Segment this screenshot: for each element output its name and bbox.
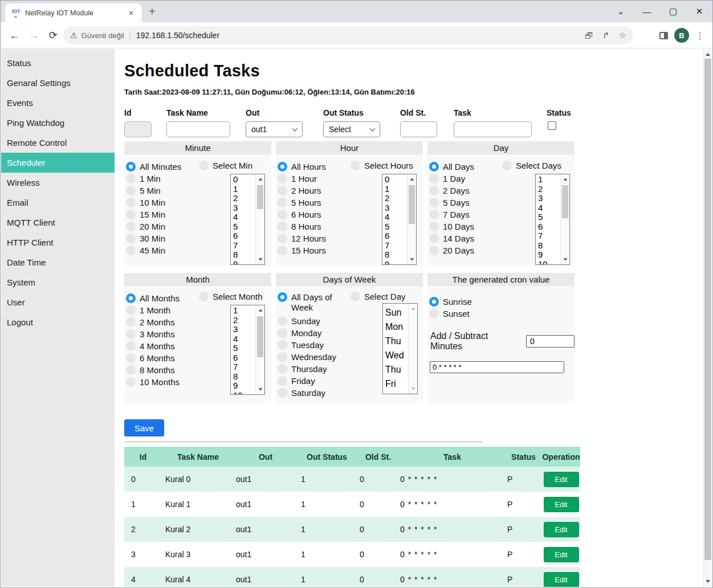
minute-listbox[interactable]: 0 1 2 3 4 5 6 7 8 9 [230, 174, 265, 265]
scroll-up-icon[interactable] [563, 178, 567, 181]
listbox-option[interactable]: 7 [233, 362, 255, 372]
listbox-option[interactable]: 3 [233, 325, 255, 334]
scroll-down-icon[interactable] [410, 258, 414, 261]
listbox-option[interactable]: Thu [385, 334, 408, 348]
edit-button[interactable]: Edit [544, 572, 579, 587]
old-st-field[interactable] [400, 121, 437, 137]
radio-sunrise[interactable]: Sunrise [429, 296, 575, 308]
listbox-scrollbar[interactable] [407, 174, 416, 264]
scroll-down-icon[interactable] [563, 258, 567, 261]
save-button[interactable]: Save [124, 419, 164, 436]
sidebar-item-user[interactable]: User [1, 292, 115, 312]
radio-select-min[interactable]: Select Min [199, 161, 252, 170]
listbox-option[interactable]: 7 [538, 231, 560, 241]
tab-close-icon[interactable]: ✕ [126, 8, 136, 18]
listbox-option[interactable]: 2 [233, 316, 255, 325]
sidebar-item-email[interactable]: Email [1, 193, 115, 213]
listbox-option[interactable]: Thu [385, 362, 408, 377]
listbox-option[interactable]: 10 [233, 391, 255, 395]
task-field[interactable] [454, 121, 532, 137]
out-status-select[interactable]: Select [323, 121, 380, 137]
listbox-option[interactable]: 6 [233, 353, 255, 363]
sidebar-item-status[interactable]: Status [1, 53, 115, 73]
listbox-option[interactable]: Sat [385, 391, 408, 394]
listbox-scrollbar[interactable] [255, 305, 264, 394]
out-select[interactable]: out1 [246, 121, 303, 137]
window-close-button[interactable]: ✕ [686, 1, 712, 22]
listbox-option[interactable]: 8 [233, 250, 255, 260]
scroll-up-icon[interactable] [706, 53, 710, 56]
listbox-option[interactable]: Fri [385, 377, 408, 391]
listbox-option[interactable]: 2 [538, 185, 560, 194]
listbox-scrollbar[interactable] [255, 174, 264, 264]
scroll-thumb[interactable] [257, 316, 263, 357]
listbox-option[interactable]: Wed [385, 348, 408, 362]
scroll-thumb[interactable] [257, 185, 263, 209]
sidebar-item-system[interactable]: System [1, 272, 115, 292]
radio-select-month[interactable]: Select Month [199, 292, 263, 301]
status-checkbox[interactable] [548, 121, 556, 130]
edit-button[interactable]: Edit [544, 497, 579, 512]
month-listbox[interactable]: 1 2 3 4 5 6 7 8 9 10 [230, 305, 265, 395]
scroll-thumb[interactable] [704, 59, 711, 560]
listbox-option[interactable]: 4 [233, 334, 255, 344]
week-listbox[interactable]: Sun Mon Thu Wed Thu Fri Sat [382, 303, 418, 394]
scroll-thumb[interactable] [562, 185, 568, 218]
address-bar[interactable]: ⚠ Güvenli değil 192.168.1.50/scheduler 🗗… [63, 26, 633, 44]
listbox-option[interactable]: 2 [233, 194, 255, 203]
listbox-option[interactable]: 5 [233, 222, 255, 232]
listbox-option[interactable]: 1 [538, 175, 560, 185]
listbox-option[interactable]: 6 [385, 231, 406, 241]
sidebar-item-scheduler[interactable]: Scheduler [1, 153, 115, 173]
window-maximize-button[interactable]: ▢ [660, 1, 686, 22]
tab-search-chevron-icon[interactable]: ⌄ [608, 1, 634, 22]
listbox-option[interactable]: Sun [385, 305, 408, 320]
sidebar-item-wireless[interactable]: Wireless [1, 173, 115, 193]
listbox-option[interactable]: 10 [538, 260, 560, 265]
listbox-option[interactable]: 9 [233, 260, 255, 265]
sidebar-item-mqtt-client[interactable]: MQTT Client [1, 213, 115, 232]
radio-select-days[interactable]: Select Days [502, 161, 561, 170]
sidebar-item-remote-control[interactable]: Remote Control [1, 133, 115, 153]
translate-icon[interactable]: 🗗 [585, 31, 593, 40]
sidebar-item-events[interactable]: Events [1, 93, 115, 113]
listbox-option[interactable]: 8 [385, 250, 406, 260]
bookmark-star-icon[interactable]: ☆ [619, 30, 626, 40]
listbox-option[interactable]: 7 [233, 241, 255, 251]
forward-icon[interactable]: → [26, 27, 42, 43]
listbox-option[interactable]: 5 [385, 222, 406, 232]
sidebar-item-general-settings[interactable]: Genaral Settings [1, 73, 115, 93]
hour-listbox[interactable]: 0 1 2 3 4 5 6 7 8 9 [382, 174, 417, 265]
listbox-option[interactable]: 1 [385, 185, 406, 194]
listbox-option[interactable]: 3 [538, 194, 560, 203]
cron-value-field[interactable] [430, 361, 564, 373]
listbox-option[interactable]: 4 [233, 213, 255, 222]
edit-button[interactable]: Edit [544, 472, 579, 487]
listbox-option[interactable]: 4 [538, 203, 560, 213]
url-text[interactable]: 192.168.1.50/scheduler [131, 31, 576, 40]
listbox-option[interactable]: 9 [385, 260, 406, 265]
listbox-option[interactable]: 4 [385, 213, 406, 222]
reload-icon[interactable]: ⟳ [45, 27, 61, 43]
new-tab-button[interactable]: + [149, 5, 156, 18]
listbox-option[interactable]: 3 [233, 203, 255, 213]
scroll-down-icon[interactable] [258, 258, 262, 261]
scroll-thumb[interactable] [409, 185, 415, 224]
scroll-up-icon[interactable] [258, 178, 262, 181]
listbox-option[interactable]: 3 [385, 203, 406, 213]
sidebar-item-http-client[interactable]: HTTP Client [1, 232, 115, 252]
task-name-field[interactable] [166, 121, 230, 137]
listbox-option[interactable]: 9 [233, 381, 255, 391]
side-panel-icon[interactable] [655, 27, 671, 43]
radio-sunset[interactable]: Sunset [429, 308, 575, 320]
listbox-option[interactable]: 1 [233, 185, 255, 194]
listbox-option[interactable]: 5 [538, 213, 560, 222]
browser-tab[interactable]: IOT NetRelay IOT Module ✕ [5, 3, 142, 22]
edit-button[interactable]: Edit [544, 522, 579, 537]
menu-kebab-icon[interactable]: ⋮ [692, 27, 708, 43]
scroll-down-icon[interactable] [706, 580, 710, 583]
listbox-option[interactable]: 5 [233, 344, 255, 353]
day-listbox[interactable]: 1 2 3 4 5 6 7 8 9 10 [535, 174, 570, 265]
scroll-down-icon[interactable] [258, 388, 262, 391]
listbox-option[interactable]: 0 [385, 175, 406, 185]
